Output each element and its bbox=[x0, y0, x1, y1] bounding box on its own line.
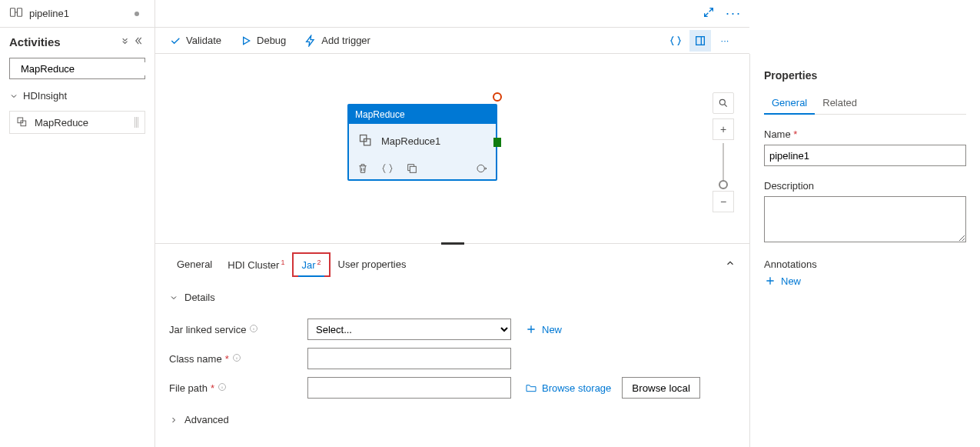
file-path-label: File path bbox=[169, 382, 208, 394]
validation-error-icon bbox=[493, 92, 502, 102]
collapse-sidebar-icon[interactable] bbox=[130, 35, 145, 48]
props-tab-related[interactable]: Related bbox=[815, 92, 865, 114]
toolbar: Validate Debug Add trigger ··· bbox=[155, 28, 749, 54]
zoom-out-button[interactable]: − bbox=[713, 191, 734, 212]
node-type: MapReduce bbox=[349, 105, 496, 124]
jar-linked-service-select[interactable]: Select... bbox=[307, 319, 511, 340]
svg-rect-4 bbox=[21, 121, 26, 126]
file-path-input[interactable] bbox=[307, 377, 511, 399]
output-port[interactable] bbox=[493, 138, 501, 147]
debug-button[interactable]: Debug bbox=[240, 35, 286, 47]
description-label: Description bbox=[764, 180, 966, 192]
browse-local-button[interactable]: Browse local bbox=[622, 377, 700, 399]
properties-panel: Properties General Related Name * Descri… bbox=[749, 54, 980, 447]
toolbar-more-icon[interactable]: ··· bbox=[714, 30, 736, 52]
validate-button[interactable]: Validate bbox=[169, 35, 221, 47]
activities-title: Activities bbox=[9, 35, 61, 48]
class-name-input[interactable] bbox=[307, 348, 511, 369]
code-icon[interactable] bbox=[381, 162, 394, 175]
browse-storage-button[interactable]: Browse storage bbox=[525, 382, 611, 394]
tab-general[interactable]: General bbox=[169, 254, 220, 275]
svg-rect-0 bbox=[11, 8, 15, 17]
node-name: MapReduce1 bbox=[381, 135, 440, 147]
svg-rect-5 bbox=[696, 36, 705, 45]
jar-linked-service-label: Jar linked service bbox=[169, 324, 246, 335]
category-hdinsight[interactable]: HDInsight bbox=[0, 84, 154, 108]
info-icon[interactable] bbox=[232, 353, 241, 365]
info-icon[interactable] bbox=[218, 382, 227, 394]
mapreduce-node[interactable]: MapReduce MapReduce1 bbox=[347, 104, 497, 181]
activity-mapreduce[interactable]: MapReduce bbox=[9, 111, 145, 134]
name-label: Name bbox=[764, 128, 791, 140]
props-tab-general[interactable]: General bbox=[764, 92, 815, 115]
expand-icon[interactable] bbox=[692, 6, 715, 21]
add-annotation-button[interactable]: New bbox=[764, 275, 966, 287]
titlebar-more-icon[interactable]: ··· bbox=[726, 5, 742, 22]
zoom-in-button[interactable]: + bbox=[713, 118, 734, 140]
pipeline-tab[interactable]: pipeline1 bbox=[0, 0, 154, 28]
new-linked-service-button[interactable]: New bbox=[525, 323, 562, 335]
expand-collapse-icon[interactable] bbox=[115, 35, 130, 48]
canvas[interactable]: MapReduce MapReduce1 bbox=[155, 54, 749, 243]
svg-rect-8 bbox=[410, 166, 416, 172]
activity-search-input[interactable] bbox=[19, 62, 151, 75]
svg-rect-1 bbox=[18, 8, 22, 17]
annotations-label: Annotations bbox=[764, 259, 966, 270]
activities-sidebar: pipeline1 Activities HDInsight MapReduce bbox=[0, 0, 155, 447]
titlebar: ··· bbox=[155, 0, 749, 28]
svg-point-10 bbox=[719, 99, 725, 105]
description-input[interactable] bbox=[764, 196, 966, 242]
svg-rect-3 bbox=[18, 118, 23, 123]
pipeline-name: pipeline1 bbox=[29, 8, 69, 19]
pipeline-icon bbox=[9, 5, 23, 22]
tab-jar[interactable]: Jar2 bbox=[292, 252, 330, 277]
section-details[interactable]: Details bbox=[169, 284, 736, 311]
section-advanced[interactable]: Advanced bbox=[169, 406, 736, 433]
name-input[interactable] bbox=[764, 145, 966, 166]
code-view-icon[interactable] bbox=[665, 30, 686, 52]
tab-user-properties[interactable]: User properties bbox=[331, 254, 414, 275]
svg-point-9 bbox=[477, 165, 484, 172]
collapse-panel-icon[interactable] bbox=[725, 258, 736, 271]
unsaved-indicator bbox=[135, 12, 139, 16]
run-icon[interactable] bbox=[476, 162, 488, 175]
info-icon[interactable] bbox=[249, 324, 258, 335]
canvas-search-icon[interactable] bbox=[713, 92, 734, 114]
class-name-label: Class name bbox=[169, 353, 222, 365]
properties-panel-icon[interactable] bbox=[689, 30, 711, 52]
svg-rect-7 bbox=[364, 139, 370, 145]
properties-title: Properties bbox=[764, 69, 966, 82]
tab-hdi-cluster[interactable]: HDI Cluster1 bbox=[220, 254, 292, 275]
add-trigger-button[interactable]: Add trigger bbox=[304, 35, 370, 47]
svg-rect-6 bbox=[360, 135, 367, 142]
config-panel: General HDI Cluster1 Jar2 User propertie… bbox=[155, 243, 749, 447]
drag-handle-icon bbox=[135, 117, 138, 128]
delete-icon[interactable] bbox=[357, 162, 369, 175]
zoom-slider[interactable] bbox=[723, 143, 724, 188]
copy-icon[interactable] bbox=[406, 162, 418, 175]
activity-search[interactable] bbox=[9, 58, 145, 79]
